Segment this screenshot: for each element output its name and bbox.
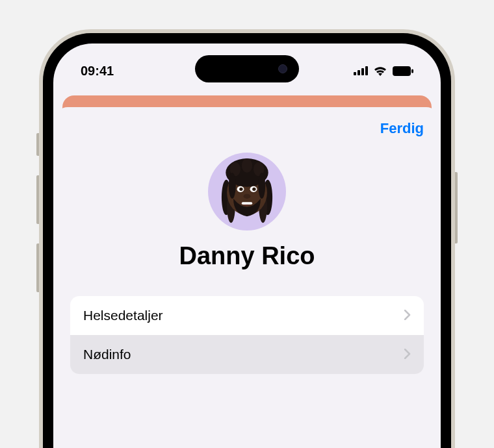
front-camera-icon <box>278 64 287 73</box>
phone-frame: 09:41 <box>39 29 455 448</box>
profile-name: Danny Rico <box>179 242 315 270</box>
dynamic-island <box>195 55 299 82</box>
svg-point-16 <box>258 173 265 199</box>
svg-rect-1 <box>358 70 360 75</box>
health-details-row[interactable]: Helsedetaljer <box>70 296 424 335</box>
svg-rect-2 <box>361 68 364 75</box>
svg-point-15 <box>229 173 236 199</box>
battery-icon <box>393 66 413 76</box>
memoji-icon <box>214 156 280 227</box>
svg-rect-5 <box>411 69 413 73</box>
done-button[interactable]: Ferdig <box>380 120 424 137</box>
svg-rect-24 <box>242 202 252 205</box>
emergency-info-row[interactable]: Nødinfo <box>70 335 424 374</box>
cellular-signal-icon <box>354 66 368 75</box>
svg-point-20 <box>252 188 255 191</box>
chevron-right-icon <box>404 347 411 362</box>
svg-point-19 <box>239 188 242 191</box>
svg-rect-21 <box>237 184 244 186</box>
settings-list: Helsedetaljer Nødinfo <box>70 296 424 374</box>
phone-side-buttons-right <box>455 172 458 243</box>
svg-point-13 <box>242 158 252 173</box>
list-item-label: Nødinfo <box>83 347 131 362</box>
avatar[interactable] <box>208 153 286 230</box>
avatar-section: Danny Rico <box>70 153 424 270</box>
profile-sheet: Ferdig <box>56 107 438 448</box>
phone-screen: 09:41 <box>53 44 441 448</box>
phone-bezel: 09:41 <box>43 33 451 448</box>
svg-rect-22 <box>250 184 257 186</box>
chevron-right-icon <box>404 308 411 323</box>
status-icons <box>354 66 413 76</box>
svg-rect-3 <box>365 66 368 75</box>
sheet-header: Ferdig <box>70 120 424 137</box>
list-item-label: Helsedetaljer <box>83 308 163 323</box>
status-time: 09:41 <box>81 64 114 79</box>
wifi-icon <box>373 66 387 76</box>
svg-rect-0 <box>354 72 356 75</box>
phone-side-buttons-left <box>36 133 39 312</box>
svg-rect-4 <box>393 66 411 76</box>
svg-point-23 <box>244 194 251 199</box>
